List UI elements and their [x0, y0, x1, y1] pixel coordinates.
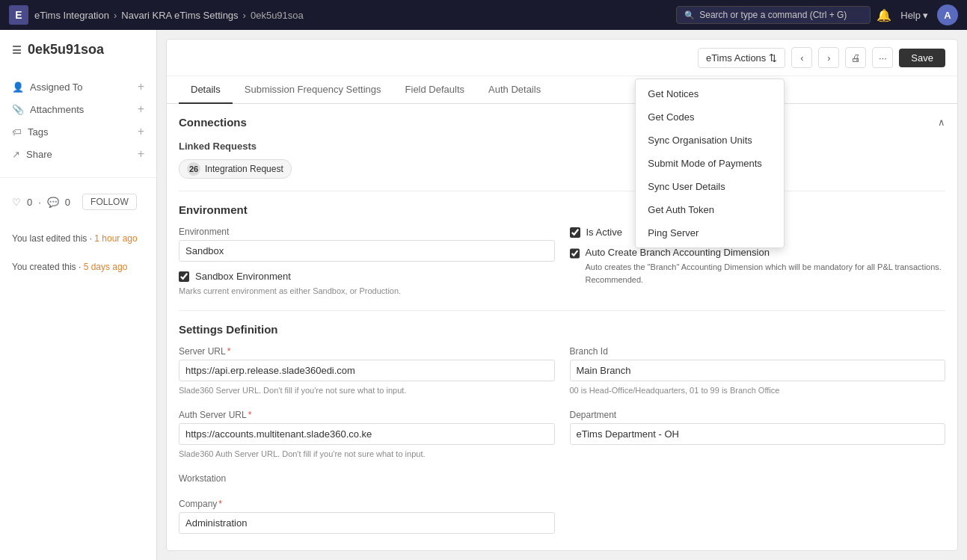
sidebar-item-share[interactable]: ↗ Share +: [12, 143, 144, 165]
assigned-to-add-button[interactable]: +: [138, 81, 144, 93]
tag-icon: 🏷: [12, 126, 22, 138]
sidebar-item-attachments[interactable]: 📎 Attachments +: [12, 98, 144, 120]
settings-definition-section: Settings Definition Server URL* Slade360…: [179, 323, 945, 534]
server-url-help: Slade360 Server URL. Don't fill if you'r…: [179, 386, 555, 395]
app-logo: E: [9, 5, 28, 25]
sort-icon: ⇅: [769, 52, 777, 64]
connections-title: Connections: [179, 116, 247, 129]
notification-icon[interactable]: 🔔: [877, 8, 891, 22]
badge-label: Integration Request: [205, 164, 283, 174]
breadcrumb: eTims Integration › Navari KRA eTims Set…: [34, 10, 304, 21]
created-text: You created this · 5 days ago: [12, 260, 144, 274]
last-edited-text: You last edited this · 1 hour ago: [12, 232, 144, 246]
menu-item-get-auth-token[interactable]: Get Auth Token: [636, 198, 784, 221]
sandbox-checkbox-row: Sandbox Environment: [179, 271, 555, 282]
nav-prev-button[interactable]: ‹: [791, 47, 812, 68]
sidebar-divider: [0, 177, 156, 178]
menu-item-sync-org-units[interactable]: Sync Organisation Units: [636, 129, 784, 152]
department-field: Department: [570, 410, 946, 458]
server-url-field: Server URL* Slade360 Server URL. Don't f…: [179, 346, 555, 395]
sandbox-label: Sandbox Environment: [195, 271, 291, 282]
environment-field: Environment: [179, 227, 555, 262]
navbar-actions: 🔔 Help ▾ A: [877, 4, 958, 25]
share-add-button[interactable]: +: [138, 148, 144, 160]
sandbox-help: Marks current environment as either Sand…: [179, 286, 555, 295]
company-input[interactable]: [179, 512, 555, 534]
user-icon: 👤: [12, 81, 24, 93]
environment-title: Environment: [179, 203, 945, 216]
settings-def-title: Settings Definition: [179, 323, 945, 336]
server-url-label: Server URL*: [179, 346, 555, 357]
branch-id-label: Branch Id: [570, 346, 946, 357]
sidebar-title: ☰ 0ek5u91soa: [0, 42, 156, 70]
environment-input[interactable]: [179, 240, 555, 262]
auto-create-checkbox[interactable]: [570, 248, 580, 259]
print-button[interactable]: 🖨: [845, 47, 866, 68]
linked-requests-badge[interactable]: 26 Integration Request: [179, 159, 292, 179]
branch-id-field: Branch Id 00 is Head-Office/Headquarters…: [570, 346, 946, 395]
main-content: eTims Actions ⇅ Get Notices Get Codes Sy…: [157, 30, 967, 560]
menu-item-ping-server[interactable]: Ping Server: [636, 221, 784, 244]
environment-section: Environment Environment Sandbox Environm…: [179, 203, 945, 295]
connections-header: Connections ∧: [179, 116, 945, 129]
branch-id-input[interactable]: [570, 360, 946, 381]
server-url-input[interactable]: [179, 360, 555, 381]
menu-item-submit-mode[interactable]: Submit Mode of Payments: [636, 152, 784, 175]
nav-next-button[interactable]: ›: [818, 47, 839, 68]
attachments-add-button[interactable]: +: [138, 103, 144, 115]
menu-item-get-codes[interactable]: Get Codes: [636, 105, 784, 129]
auto-create-label: Auto Create Branch Accounting Dimension: [586, 247, 946, 258]
etims-actions-button[interactable]: eTims Actions ⇅ Get Notices Get Codes Sy…: [698, 48, 785, 68]
sidebar-item-assigned-to[interactable]: 👤 Assigned To +: [12, 76, 144, 98]
help-button[interactable]: Help ▾: [900, 10, 928, 21]
heart-icon: ♡: [12, 197, 21, 208]
save-button[interactable]: Save: [899, 49, 945, 67]
company-empty: [570, 473, 946, 484]
content-header: eTims Actions ⇅ Get Notices Get Codes Sy…: [167, 40, 957, 76]
tags-add-button[interactable]: +: [138, 126, 144, 138]
more-options-button[interactable]: ···: [872, 47, 893, 68]
sidebar-items: 👤 Assigned To + 📎 Attachments + 🏷 Tags +: [0, 70, 156, 171]
env-divider: [179, 310, 945, 311]
search-placeholder: Search or type a command (Ctrl + G): [699, 10, 847, 20]
follow-button[interactable]: FOLLOW: [82, 194, 137, 210]
auth-server-url-input[interactable]: [179, 423, 555, 445]
share-icon: ↗: [12, 149, 20, 160]
connections-divider: [179, 191, 945, 191]
environment-form: Environment Sandbox Environment Marks cu…: [179, 227, 945, 295]
tab-auth-details[interactable]: Auth Details: [476, 76, 553, 104]
department-input[interactable]: [570, 423, 946, 445]
navbar: E eTims Integration › Navari KRA eTims S…: [0, 0, 967, 30]
branch-id-help: 00 is Head-Office/Headquarters, 01 to 99…: [570, 386, 946, 395]
auth-server-url-field: Auth Server URL* Slade360 Auth Server UR…: [179, 410, 555, 458]
activity-section: You last edited this · 1 hour ago You cr…: [0, 220, 156, 275]
auto-create-row: Auto Create Branch Accounting Dimension …: [570, 247, 946, 286]
actions-wrapper: eTims Actions ⇅ Get Notices Get Codes Sy…: [698, 48, 785, 68]
auth-server-url-label: Auth Server URL*: [179, 410, 555, 420]
connections-collapse-button[interactable]: ∧: [938, 117, 945, 128]
tab-field-defaults[interactable]: Field Defaults: [393, 76, 476, 104]
breadcrumb-etims[interactable]: eTims Integration: [34, 10, 109, 21]
linked-requests-title: Linked Requests: [179, 141, 945, 152]
department-label: Department: [570, 410, 946, 420]
tab-details[interactable]: Details: [179, 76, 233, 104]
menu-item-get-notices[interactable]: Get Notices: [636, 82, 784, 105]
breadcrumb-current: 0ek5u91soa: [251, 10, 304, 21]
search-bar[interactable]: 🔍 Search or type a command (Ctrl + G): [676, 6, 871, 24]
menu-icon[interactable]: ☰: [12, 44, 22, 56]
badge-count: 26: [187, 162, 200, 176]
tab-submission-frequency[interactable]: Submission Frequency Settings: [233, 76, 393, 104]
auto-create-help: Auto creates the "Branch" Accounting Dim…: [586, 261, 946, 286]
likes-row: ♡ 0 · 💬 0 FOLLOW: [12, 190, 144, 214]
content-body: Connections ∧ Linked Requests 26 Integra…: [167, 104, 957, 546]
content-card: eTims Actions ⇅ Get Notices Get Codes Sy…: [166, 39, 958, 551]
env-left-col: Environment Sandbox Environment Marks cu…: [179, 227, 555, 295]
breadcrumb-navari[interactable]: Navari KRA eTims Settings: [121, 10, 238, 21]
sidebar-stats: ♡ 0 · 💬 0 FOLLOW: [0, 184, 156, 220]
is-active-checkbox[interactable]: [570, 227, 580, 238]
company-field: Company*: [179, 499, 555, 534]
sidebar-item-tags[interactable]: 🏷 Tags +: [12, 120, 144, 143]
sandbox-checkbox[interactable]: [179, 271, 189, 282]
environment-label: Environment: [179, 227, 555, 237]
menu-item-sync-user-details[interactable]: Sync User Details: [636, 175, 784, 198]
